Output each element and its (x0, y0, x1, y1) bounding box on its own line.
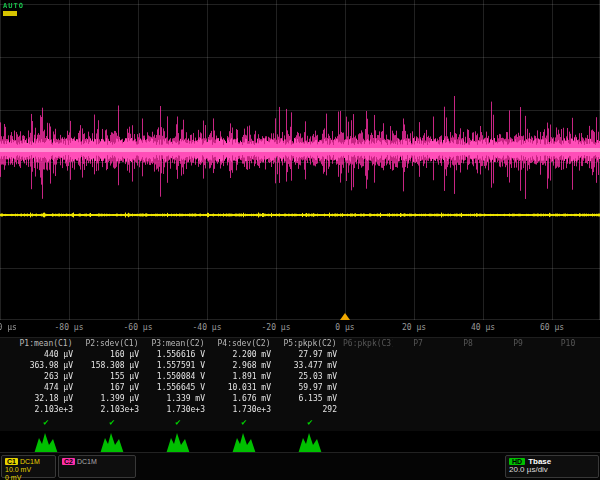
c1-coupling: DC1M (20, 458, 40, 465)
histicon[interactable] (100, 433, 124, 454)
time-axis-label: -100 µs (0, 323, 17, 332)
histicon[interactable] (232, 433, 256, 454)
time-axis-label: 60 µs (540, 323, 564, 332)
measure-value: 1.556645 V (145, 383, 205, 392)
measure-value: 474 µV (13, 383, 73, 392)
time-axis-label: -40 µs (193, 323, 222, 332)
measure-value: 1.676 mV (211, 394, 271, 403)
measure-value: 27.97 mV (277, 350, 337, 359)
measure-status-ok: ✔ (79, 417, 145, 427)
measure-header-p8[interactable]: P8 (443, 339, 493, 348)
measure-value: 2.968 mV (211, 361, 271, 370)
c2-coupling: DC1M (77, 458, 97, 465)
c1-volts-div: 10.0 mV (5, 466, 52, 473)
time-axis-label: 40 µs (471, 323, 495, 332)
measure-status-ok: ✔ (13, 417, 79, 427)
measure-value: 6.135 mV (277, 394, 337, 403)
measure-value: 363.98 µV (13, 361, 73, 370)
measure-header-p6[interactable]: P6:pkpk(C3) (343, 339, 393, 348)
measure-status-ok: ✔ (211, 417, 277, 427)
measure-value: 263 µV (13, 372, 73, 381)
time-axis-label: 0 µs (335, 323, 354, 332)
measure-value: 1.891 mV (211, 372, 271, 381)
time-axis-label: -20 µs (262, 323, 291, 332)
measure-header-p1[interactable]: P1:mean(C1) (13, 339, 79, 348)
measurement-table: P1:mean(C1)P2:sdev(C1)P3:mean(C2)P4:sdev… (0, 337, 600, 431)
oscilloscope-screen: AUTO -100 µs-80 µs-60 µs-40 µs-20 µs0 µs… (0, 0, 600, 480)
measure-value: 1.556616 V (145, 350, 205, 359)
measure-value: 59.97 mV (277, 383, 337, 392)
measure-value: 167 µV (79, 383, 139, 392)
histicon[interactable] (298, 433, 322, 454)
measure-value: 2.200 mV (211, 350, 271, 359)
time-axis-label: 20 µs (402, 323, 426, 332)
measure-value: 32.18 µV (13, 394, 73, 403)
histicon[interactable] (34, 433, 58, 454)
c2-channel-badge: C2 (62, 458, 75, 465)
measure-value: 1.550084 V (145, 372, 205, 381)
measure-header-p2[interactable]: P2:sdev(C1) (79, 339, 145, 348)
measure-value: 155 µV (79, 372, 139, 381)
measure-value: 1.730e+3 (211, 405, 271, 414)
c1-channel-badge: C1 (5, 458, 18, 465)
time-axis-label: -80 µs (55, 323, 84, 332)
measure-header-p7[interactable]: P7 (393, 339, 443, 348)
measure-value: 10.031 mV (211, 383, 271, 392)
measure-value: 158.308 µV (79, 361, 139, 370)
waveform-grid[interactable] (0, 0, 600, 320)
measure-header-p9[interactable]: P9 (493, 339, 543, 348)
measure-header-p4[interactable]: P4:sdev(C2) (211, 339, 277, 348)
trigger-status: AUTO (3, 2, 24, 10)
measure-status-ok: ✔ (145, 417, 211, 427)
measure-value: 1.399 µV (79, 394, 139, 403)
time-axis: -100 µs-80 µs-60 µs-40 µs-20 µs0 µs20 µs… (0, 321, 600, 336)
measure-value: 292 (277, 405, 337, 414)
timebase-descriptor[interactable]: HDTbase 20.0 µs/div (505, 455, 599, 478)
histicon[interactable] (166, 433, 190, 454)
measure-value: 2.103e+3 (13, 405, 73, 414)
c2-descriptor[interactable]: C2DC1M (58, 455, 136, 478)
measure-value: 160 µV (79, 350, 139, 359)
hd-badge: HD (509, 458, 525, 465)
tbase-value: 20.0 µs/div (509, 466, 595, 473)
measure-value: 25.03 mV (277, 372, 337, 381)
measure-value: 2.103e+3 (79, 405, 139, 414)
measure-value: 1.339 mV (145, 394, 205, 403)
measure-header-p10[interactable]: P10 (543, 339, 593, 348)
time-axis-label: -60 µs (124, 323, 153, 332)
trigger-time-marker[interactable] (340, 313, 350, 320)
measure-header-p3[interactable]: P3:mean(C2) (145, 339, 211, 348)
c1-offset: 0 mV (5, 474, 52, 480)
measure-header-p5[interactable]: P5:pkpk(C2) (277, 339, 343, 348)
bottom-toolbar: C1DC1M 10.0 mV 0 mV C2DC1M + HDTbase 20.… (0, 452, 600, 480)
c1-indicator (3, 11, 17, 16)
measure-status-ok: ✔ (277, 417, 343, 427)
measure-value: 33.477 mV (277, 361, 337, 370)
measure-value: 1.730e+3 (145, 405, 205, 414)
measure-value: 440 µV (13, 350, 73, 359)
measure-value: 1.557591 V (145, 361, 205, 370)
c1-descriptor[interactable]: C1DC1M 10.0 mV 0 mV (1, 455, 56, 478)
